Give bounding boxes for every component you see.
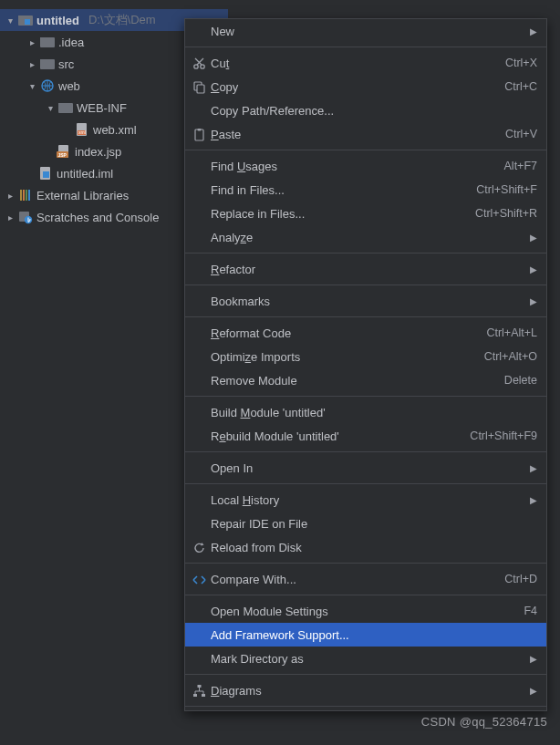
menu-item-shortcut: Ctrl+V: [505, 128, 537, 140]
svg-rect-18: [20, 190, 22, 201]
menu-item-open-in[interactable]: Open In▶: [185, 456, 546, 480]
blank-icon: [191, 604, 207, 618]
module-folder-icon: [18, 13, 33, 27]
menu-item-label: Diagrams: [211, 684, 523, 698]
menu-item-reformat-code[interactable]: Reformat CodeCtrl+Alt+L: [185, 321, 546, 345]
menu-item-find-usages[interactable]: Find UsagesAlt+F7: [185, 154, 546, 178]
blank-icon: [191, 492, 207, 507]
menu-separator: [185, 316, 546, 317]
menu-item-remove-module[interactable]: Remove ModuleDelete: [185, 368, 546, 392]
svg-point-25: [200, 64, 203, 67]
menu-item-label: Refactor: [211, 263, 523, 276]
menu-separator: [185, 47, 546, 47]
menu-separator: [185, 150, 546, 150]
submenu-arrow-icon: ▶: [530, 296, 537, 306]
blank-icon: [191, 516, 207, 531]
svg-rect-20: [26, 190, 27, 201]
svg-rect-17: [43, 171, 49, 178]
menu-item-label: Copy: [211, 80, 501, 94]
svg-rect-6: [40, 59, 46, 62]
file-label: web.xml: [93, 123, 137, 137]
menu-item-rebuild-module-untitled[interactable]: Rebuild Module 'untitled'Ctrl+Shift+F9: [185, 424, 546, 448]
blank-icon: [191, 373, 207, 388]
menu-item-reload-from-disk[interactable]: Reload from Disk: [185, 535, 546, 559]
menu-item-shortcut: Ctrl+C: [504, 80, 537, 93]
svg-rect-1: [18, 16, 24, 18]
folder-icon: [40, 35, 55, 49]
blank-icon: [191, 326, 207, 340]
menu-item-label: Analyze: [211, 231, 523, 244]
menu-item-label: Open In: [211, 461, 523, 475]
menu-separator: [185, 285, 546, 285]
menu-item-replace-in-files[interactable]: Replace in Files...Ctrl+Shift+R: [185, 202, 546, 225]
menu-item-build-module-untitled[interactable]: Build Module 'untitled': [185, 400, 546, 424]
blank-icon: [191, 182, 207, 197]
menu-item-diagrams[interactable]: Diagrams▶: [185, 678, 546, 702]
menu-item-label: Optimize Imports: [211, 350, 481, 364]
menu-item-shortcut: Delete: [504, 374, 537, 387]
chevron-right-icon: ▸: [27, 59, 36, 69]
menu-item-label: Reformat Code: [211, 326, 482, 340]
jsp-file-icon: JSP: [57, 144, 71, 159]
menu-separator: [185, 396, 546, 397]
iml-file-icon: [38, 166, 53, 181]
reload-icon: [191, 540, 207, 554]
svg-text:xml: xml: [78, 129, 86, 135]
blank-icon: [191, 230, 207, 244]
blank-icon: [191, 627, 207, 642]
menu-item-add-framework-support[interactable]: Add Framework Support...: [185, 623, 546, 647]
menu-item-shortcut: Ctrl+Alt+O: [484, 350, 537, 363]
menu-item-label: New: [211, 25, 523, 38]
folder-label: src: [58, 57, 74, 71]
menu-item-find-in-files[interactable]: Find in Files...Ctrl+Shift+F: [185, 178, 546, 202]
menu-item-shortcut: Ctrl+D: [504, 573, 537, 585]
menu-item-analyze[interactable]: Analyze▶: [185, 225, 546, 249]
menu-item-new[interactable]: New▶: [185, 19, 546, 43]
menu-item-copy-path-reference[interactable]: Copy Path/Reference...: [185, 98, 546, 122]
menu-item-open-module-settings[interactable]: Open Module SettingsF4: [185, 599, 546, 623]
menu-separator: [185, 563, 546, 564]
menu-item-label: Reload from Disk: [211, 541, 537, 554]
menu-item-refactor[interactable]: Refactor▶: [185, 257, 546, 281]
context-menu: New▶CutCtrl+XCopyCtrl+CCopy Path/Referen…: [184, 18, 547, 711]
svg-rect-30: [197, 685, 201, 688]
menu-item-shortcut: F4: [524, 605, 537, 617]
menu-item-shortcut: Ctrl+X: [505, 57, 537, 69]
libraries-icon: [18, 188, 33, 202]
menu-item-repair-ide-on-file[interactable]: Repair IDE on File: [185, 512, 546, 535]
menu-item-label: Paste: [211, 128, 502, 141]
web-folder-icon: [40, 78, 55, 93]
menu-item-label: Find Usages: [211, 160, 501, 173]
menu-item-bookmarks[interactable]: Bookmarks▶: [185, 289, 546, 313]
menu-item-label: Replace in Files...: [211, 207, 472, 221]
submenu-arrow-icon: ▶: [530, 495, 537, 505]
menu-separator: [185, 674, 546, 675]
scratches-icon: [18, 210, 33, 224]
svg-rect-2: [25, 19, 30, 25]
menu-item-local-history[interactable]: Local History▶: [185, 488, 546, 512]
menu-item-mark-directory-as[interactable]: Mark Directory as▶: [185, 647, 546, 670]
menu-item-label: Compare With...: [211, 573, 501, 586]
chevron-down-icon: ▾: [27, 81, 36, 91]
cut-icon: [191, 56, 207, 70]
chevron-down-icon: ▾: [5, 16, 15, 26]
menu-item-cut[interactable]: CutCtrl+X: [185, 51, 546, 75]
svg-rect-31: [193, 694, 197, 697]
submenu-arrow-icon: ▶: [530, 686, 537, 696]
menu-item-label: Bookmarks: [211, 295, 523, 308]
menu-item-label: Cut: [211, 57, 502, 70]
chevron-right-icon: ▸: [27, 37, 36, 47]
menu-item-paste[interactable]: PasteCtrl+V: [185, 122, 546, 146]
menu-item-copy[interactable]: CopyCtrl+C: [185, 75, 546, 98]
svg-rect-29: [197, 129, 201, 131]
menu-item-shortcut: Ctrl+Shift+F9: [470, 429, 537, 442]
menu-item-compare-with[interactable]: Compare With...Ctrl+D: [185, 567, 546, 591]
menu-item-shortcut: Ctrl+Shift+F: [476, 183, 537, 196]
menu-separator: [185, 483, 546, 484]
menu-item-optimize-imports[interactable]: Optimize ImportsCtrl+Alt+O: [185, 345, 546, 368]
menu-item-label: Add Framework Support...: [211, 628, 537, 642]
menu-item-label: Find in Files...: [211, 183, 472, 197]
submenu-arrow-icon: ▶: [530, 264, 537, 274]
submenu-arrow-icon: ▶: [530, 26, 537, 36]
xml-file-icon: xml: [75, 122, 89, 137]
